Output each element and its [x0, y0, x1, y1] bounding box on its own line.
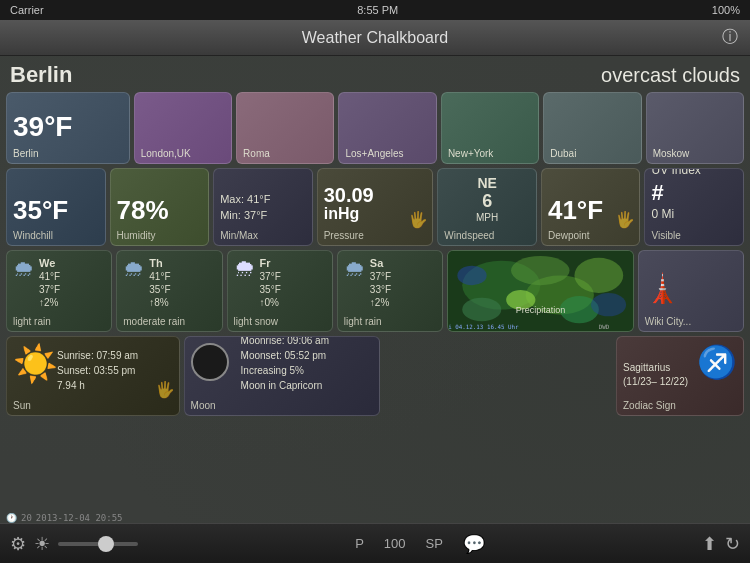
moon-data: Moonrise: 09:06 am Moonset: 05:52 pm Inc… [241, 336, 373, 393]
newyork-label: New+York [448, 148, 494, 159]
windspeed-cell[interactable]: 🌬 NE 6 MPH Windspeed [437, 168, 537, 246]
min-temp: Min: 37°F [220, 208, 306, 223]
minmax-label: Min/Max [220, 230, 258, 241]
moonrise-time: Moonrise: 09:06 am [241, 336, 373, 348]
city-tile-losangeles[interactable]: Los+Angeles [338, 92, 436, 164]
chalk-hand-2-icon: 🖐 [615, 210, 635, 229]
city-tile-newyork[interactable]: New+York [441, 92, 539, 164]
windchill-cell[interactable]: 35°F Windchill [6, 168, 106, 246]
svg-point-5 [511, 256, 570, 285]
toolbar-left-group: ⚙ ☀ [10, 533, 138, 555]
forecast-fri-label: light snow [234, 316, 278, 327]
sunset-time: Sunset: 03:55 pm [57, 363, 173, 378]
wind-unit: MPH [444, 212, 530, 223]
brightness-slider[interactable] [58, 542, 138, 546]
london-label: London,UK [141, 148, 191, 159]
lighthouse-icon: 🗼 [645, 272, 737, 305]
battery-label: 100% [712, 4, 740, 16]
wind-speed: 6 [444, 191, 530, 212]
moon-label: Moon [191, 400, 216, 411]
forecast-fri[interactable]: 🌨 Fr 37°F 35°F ↑0% light snow [227, 250, 333, 332]
header-row: Berlin overcast clouds [6, 60, 744, 92]
city-tile-london[interactable]: London,UK [134, 92, 232, 164]
berlin-temp: 39°F [13, 113, 123, 141]
humidity-value: 78% [117, 197, 203, 223]
forecast-fri-content: 🌨 Fr 37°F 35°F ↑0% [234, 256, 326, 309]
uvindex-values: UV Index # 0 Mi [651, 168, 737, 223]
svg-point-3 [575, 258, 624, 293]
city-tile-moskow[interactable]: Moskow [646, 92, 744, 164]
wind-direction: NE [444, 175, 530, 191]
dewpoint-cell[interactable]: 41°F Dewpoint 🖐 [541, 168, 641, 246]
svg-text:DWD: DWD [599, 324, 610, 330]
uv-line3: 0 Mi [651, 207, 737, 223]
city-tile-berlin[interactable]: 39°F Berlin [6, 92, 130, 164]
svg-point-8 [457, 266, 486, 286]
forecast-sat[interactable]: 🌧 Sa 37°F 33°F ↑2% light rain [337, 250, 443, 332]
zodiac-cell[interactable]: ♐ Sagittarius (11/23– 12/22) Zodiac Sign [616, 336, 744, 416]
chalk-hand-icon: 🖐 [408, 210, 428, 229]
rain-icon-2: 🌧 [123, 256, 145, 282]
uv-line1: UV Index [651, 168, 737, 179]
forecast-thu-label: moderate rain [123, 316, 185, 327]
minmax-cell[interactable]: Max: 41°F Min: 37°F Min/Max [213, 168, 313, 246]
zodiac-label: Zodiac Sign [623, 400, 676, 411]
wiki-city-cell[interactable]: 🗼 Wiki City... [638, 250, 744, 332]
weather-description: overcast clouds [601, 64, 740, 87]
uv-line2: # [651, 179, 737, 208]
slider-track [58, 542, 138, 546]
toolbar-center-group: P 100 SP 💬 [148, 533, 692, 555]
forecast-row: 🌧 We 41°F 37°F ↑2% light rain 🌧 Th 41°F … [6, 250, 744, 332]
wiki-label: Wiki City... [645, 316, 691, 327]
dewpoint-label: Dewpoint [548, 230, 590, 241]
moon-phase-circle [191, 343, 229, 381]
uvindex-cell[interactable]: UV Index # 0 Mi Visible [644, 168, 744, 246]
moon-cell[interactable]: Moonrise: 09:06 am Moonset: 05:52 pm Inc… [184, 336, 380, 416]
precipitation-map[interactable]: Mi 04.12.13 16.45 Uhr DWD Precipitation [447, 250, 634, 332]
share-button[interactable]: ⬆ [702, 533, 717, 555]
losangeles-label: Los+Angeles [345, 148, 403, 159]
brightness-icon: ☀ [34, 533, 50, 555]
settings-button[interactable]: ⚙ [10, 533, 26, 555]
forecast-thu-content: 🌧 Th 41°F 35°F ↑8% [123, 256, 215, 309]
uvindex-label: Visible [651, 230, 680, 241]
max-temp: Max: 41°F [220, 192, 306, 207]
hundred-label: 100 [384, 536, 406, 551]
forecast-thu[interactable]: 🌧 Th 41°F 35°F ↑8% moderate rain [116, 250, 222, 332]
city-tile-dubai[interactable]: Dubai [543, 92, 641, 164]
berlin-label: Berlin [13, 148, 39, 159]
sun-icon: ☀️ [13, 343, 58, 385]
p-label[interactable]: P [355, 536, 364, 551]
pressure-label: Pressure [324, 230, 364, 241]
sp-label[interactable]: SP [426, 536, 443, 551]
sunrise-time: Sunrise: 07:59 am [57, 348, 173, 363]
refresh-button[interactable]: ↻ [725, 533, 740, 555]
carrier-label: Carrier [10, 4, 44, 16]
minmax-values: Max: 41°F Min: 37°F [220, 192, 306, 223]
moonset-time: Moonset: 05:52 pm [241, 348, 373, 363]
dubai-label: Dubai [550, 148, 576, 159]
sun-label: Sun [13, 400, 31, 411]
snow-icon: 🌨 [234, 256, 256, 282]
forecast-wed[interactable]: 🌧 We 41°F 37°F ↑2% light rain [6, 250, 112, 332]
city-tile-roma[interactable]: Roma [236, 92, 334, 164]
chat-button[interactable]: 💬 [463, 533, 485, 555]
rain-icon-1: 🌧 [13, 256, 35, 282]
moskow-label: Moskow [653, 148, 690, 159]
humidity-cell[interactable]: 78% Humidity [110, 168, 210, 246]
weather-data-row: 35°F Windchill 78% Humidity Max: 41°F Mi… [6, 168, 744, 246]
toolbar-right-group: ⬆ ↻ [702, 533, 740, 555]
status-number: 20 [21, 513, 32, 523]
current-city: Berlin [10, 62, 72, 88]
humidity-label: Humidity [117, 230, 156, 241]
info-icon[interactable]: ⓘ [722, 27, 738, 48]
pressure-cell[interactable]: 30.09 inHg Pressure 🖐 [317, 168, 434, 246]
sun-cell[interactable]: ☀️ Sunrise: 07:59 am Sunset: 03:55 pm 7.… [6, 336, 180, 416]
windspeed-values: 🌬 NE 6 MPH [444, 168, 530, 223]
slider-thumb[interactable] [98, 536, 114, 552]
app-title: Weather Chalkboard [302, 29, 448, 47]
forecast-thu-text: Th 41°F 35°F ↑8% [149, 256, 170, 309]
toolbar: ⚙ ☀ P 100 SP 💬 ⬆ ↻ [0, 523, 750, 563]
precipitation-label: Precipitation [448, 305, 633, 315]
moon-sign: Moon in Capricorn [241, 378, 373, 393]
